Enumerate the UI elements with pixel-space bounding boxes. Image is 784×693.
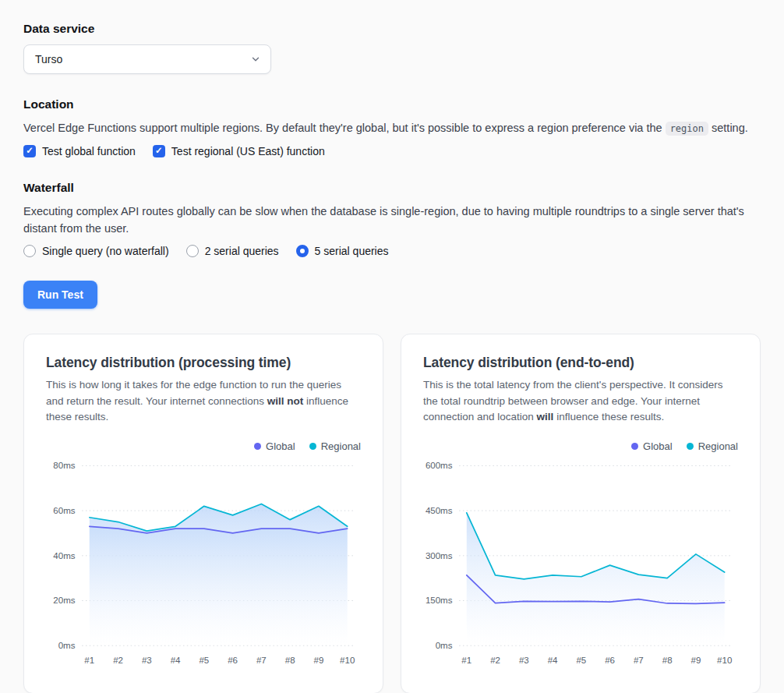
svg-text:#9: #9	[314, 656, 324, 665]
waterfall-heading: Waterfall	[23, 181, 761, 195]
data-service-heading: Data service	[23, 22, 761, 36]
svg-text:300ms: 300ms	[426, 551, 453, 560]
svg-text:#2: #2	[490, 656, 500, 665]
location-section: Location Vercel Edge Functions support m…	[23, 97, 761, 157]
svg-text:#10: #10	[717, 656, 732, 665]
latency-chart-processing-time: 0ms20ms40ms60ms80ms#1#2#3#4#5#6#7#8#9#10	[46, 454, 361, 679]
svg-text:600ms: 600ms	[426, 461, 453, 470]
svg-text:#8: #8	[285, 656, 295, 665]
svg-text:40ms: 40ms	[53, 551, 75, 560]
svg-text:#4: #4	[171, 656, 181, 665]
radio-single-query[interactable]: Single query (no waterfall)	[23, 245, 169, 257]
latency-chart-end-to-end: 0ms150ms300ms450ms600ms#1#2#3#4#5#6#7#8#…	[423, 454, 738, 679]
chevron-down-icon	[250, 54, 261, 65]
checkbox-test-regional-function[interactable]: Test regional (US East) function	[153, 145, 325, 157]
waterfall-radio-row: Single query (no waterfall) 2 serial que…	[23, 245, 761, 257]
checkbox-test-global-function[interactable]: Test global function	[23, 145, 136, 157]
data-service-selected-value: Turso	[35, 53, 62, 65]
desc-bold: will	[537, 411, 554, 423]
svg-text:#6: #6	[228, 656, 238, 665]
run-test-button[interactable]: Run Test	[23, 281, 97, 309]
chart-title-processing: Latency distribution (processing time)	[46, 355, 361, 371]
svg-text:#2: #2	[113, 656, 123, 665]
svg-text:#1: #1	[84, 656, 94, 665]
location-description-text: Vercel Edge Functions support multiple r…	[23, 122, 666, 134]
radio-icon	[23, 245, 36, 257]
legend-item-global: Global	[254, 440, 295, 452]
chart-title-e2e: Latency distribution (end-to-end)	[423, 355, 738, 371]
benchmark-page: Data service Turso Location Vercel Edge …	[0, 0, 784, 693]
charts-row: Latency distribution (processing time) T…	[23, 334, 761, 693]
svg-text:#10: #10	[340, 656, 355, 665]
svg-text:#5: #5	[199, 656, 209, 665]
checkbox-label: Test global function	[42, 145, 136, 157]
svg-text:60ms: 60ms	[53, 506, 75, 515]
waterfall-section: Waterfall Executing complex API routes g…	[23, 181, 761, 258]
checkbox-icon	[153, 145, 165, 157]
svg-text:#6: #6	[605, 656, 615, 665]
radio-icon	[186, 245, 199, 257]
svg-text:0ms: 0ms	[436, 641, 453, 650]
regional-series-dot-icon	[687, 443, 694, 450]
data-service-section: Data service Turso	[23, 22, 761, 74]
svg-text:#3: #3	[519, 656, 529, 665]
waterfall-description: Executing complex API routes globally ca…	[23, 203, 761, 238]
location-description-text-after: setting.	[708, 122, 748, 134]
svg-text:450ms: 450ms	[426, 506, 453, 515]
legend-label-global: Global	[643, 440, 673, 452]
svg-text:#9: #9	[691, 656, 701, 665]
svg-text:20ms: 20ms	[53, 596, 75, 605]
chart-description-processing: This is how long it takes for the edge f…	[46, 377, 361, 425]
svg-text:80ms: 80ms	[53, 461, 75, 470]
svg-text:#7: #7	[256, 656, 267, 665]
checkbox-icon	[23, 145, 36, 157]
legend-label-global: Global	[266, 440, 295, 452]
chart-legend: Global Regional	[46, 440, 361, 452]
chart-card-processing-time: Latency distribution (processing time) T…	[23, 334, 383, 693]
svg-text:#7: #7	[634, 656, 644, 665]
legend-item-regional: Regional	[687, 440, 738, 452]
chart-description-e2e: This is the total latency from the clien…	[423, 377, 738, 425]
svg-text:#4: #4	[548, 656, 558, 665]
svg-text:#3: #3	[142, 656, 152, 665]
global-series-dot-icon	[254, 443, 261, 450]
legend-item-regional: Regional	[309, 440, 361, 452]
location-checkbox-row: Test global function Test regional (US E…	[23, 145, 761, 157]
location-heading: Location	[23, 97, 761, 111]
radio-2-serial-queries[interactable]: 2 serial queries	[186, 245, 279, 257]
regional-series-dot-icon	[309, 443, 316, 450]
legend-label-regional: Regional	[321, 440, 361, 452]
radio-label: 2 serial queries	[205, 245, 279, 257]
svg-text:#5: #5	[576, 656, 586, 665]
radio-label: Single query (no waterfall)	[42, 245, 169, 257]
chart-card-end-to-end: Latency distribution (end-to-end) This i…	[401, 334, 761, 693]
desc-text-after: influence these results.	[553, 411, 664, 423]
svg-text:0ms: 0ms	[58, 641, 76, 650]
legend-label-regional: Regional	[698, 440, 738, 452]
chart-legend: Global Regional	[423, 440, 738, 452]
data-service-select[interactable]: Turso	[23, 44, 271, 74]
svg-text:#8: #8	[662, 656, 673, 665]
radio-5-serial-queries[interactable]: 5 serial queries	[296, 245, 389, 257]
svg-text:150ms: 150ms	[426, 596, 453, 605]
location-description: Vercel Edge Functions support multiple r…	[23, 120, 761, 137]
global-series-dot-icon	[631, 443, 638, 450]
legend-item-global: Global	[631, 440, 673, 452]
svg-text:#1: #1	[461, 656, 471, 665]
desc-bold: will not	[267, 395, 304, 407]
radio-label: 5 serial queries	[315, 245, 389, 257]
region-code-chip: region	[666, 122, 708, 136]
radio-icon	[296, 245, 309, 257]
checkbox-label: Test regional (US East) function	[171, 145, 325, 157]
